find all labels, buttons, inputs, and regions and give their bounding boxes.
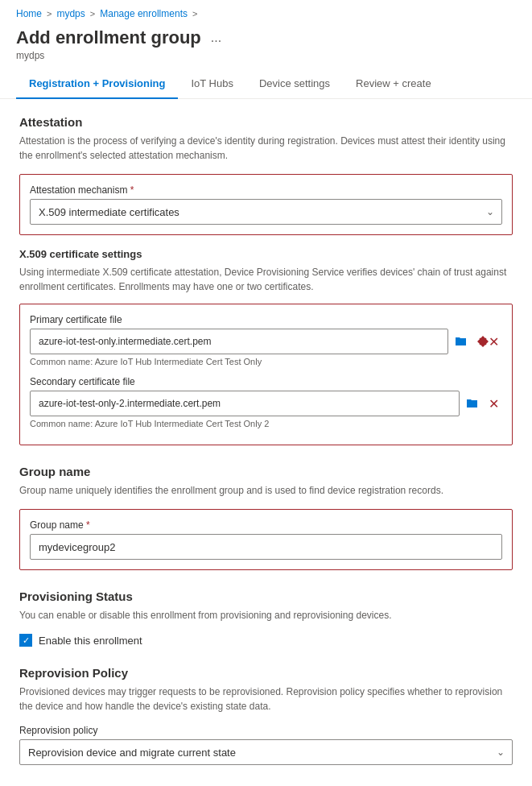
breadcrumb-mydps[interactable]: mydps xyxy=(56,8,85,19)
breadcrumb-sep1: > xyxy=(47,9,52,19)
group-name-box: Group name * xyxy=(19,509,513,570)
tab-device-settings[interactable]: Device settings xyxy=(246,69,343,99)
breadcrumb-sep3: > xyxy=(192,9,197,19)
attestation-mechanism-wrapper: X.509 intermediate certificatesX.509 CA … xyxy=(30,199,502,225)
primary-cert-common-name: Common name: Azure IoT Hub Intermediate … xyxy=(30,357,502,366)
attestation-mechanism-box: Attestation mechanism * X.509 intermedia… xyxy=(19,174,513,235)
enable-enrollment-checkbox[interactable]: ✓ xyxy=(19,634,32,647)
attestation-mechanism-label: Attestation mechanism * xyxy=(30,184,502,196)
breadcrumb-sep2: > xyxy=(90,9,95,19)
secondary-cert-common-name: Common name: Azure IoT Hub Intermediate … xyxy=(30,419,502,428)
checkbox-check-icon: ✓ xyxy=(23,635,30,646)
secondary-cert-field: Secondary certificate file ✕ Common name… xyxy=(30,376,502,428)
primary-cert-input[interactable] xyxy=(30,329,448,354)
secondary-cert-delete-button[interactable]: ✕ xyxy=(485,393,502,415)
enable-enrollment-label: Enable this enrollment xyxy=(39,635,142,647)
group-name-label: Group name * xyxy=(30,519,502,531)
breadcrumb-home[interactable]: Home xyxy=(16,8,42,19)
group-name-title: Group name xyxy=(19,465,513,478)
group-name-input[interactable] xyxy=(30,534,502,560)
secondary-cert-input[interactable] xyxy=(30,391,460,416)
group-name-description: Group name uniquely identifies the enrol… xyxy=(19,483,513,498)
breadcrumb-manage[interactable]: Manage enrollments xyxy=(100,8,188,19)
group-name-section: Group name Group name uniquely identifie… xyxy=(19,465,513,570)
reprovision-section: Reprovision Policy Provisioned devices m… xyxy=(19,666,513,765)
attestation-title: Attestation xyxy=(19,115,513,129)
attestation-section: Attestation Attestation is the process o… xyxy=(19,115,513,445)
reprovision-select[interactable]: Reprovision device and migrate current s… xyxy=(19,739,513,765)
attestation-description: Attestation is the process of verifying … xyxy=(19,134,513,163)
secondary-cert-label: Secondary certificate file xyxy=(30,376,502,387)
tab-registration[interactable]: Registration + Provisioning xyxy=(16,69,178,99)
ellipsis-button[interactable]: ... xyxy=(208,31,225,45)
primary-cert-delete-button[interactable]: ✕ xyxy=(474,331,502,353)
provisioning-status-description: You can enable or disable this enrollmen… xyxy=(19,608,513,623)
enable-enrollment-row: ✓ Enable this enrollment xyxy=(19,634,513,647)
tab-review-create[interactable]: Review + create xyxy=(343,69,444,99)
main-content: Attestation Attestation is the process o… xyxy=(0,99,532,786)
reprovision-select-wrapper: Reprovision device and migrate current s… xyxy=(19,739,513,765)
page-subtitle: mydps xyxy=(16,50,516,61)
reprovision-label: Reprovision policy xyxy=(19,725,513,736)
x509-certs-box: Primary certificate file ✕ Common name: … xyxy=(19,304,513,445)
tab-iothubs[interactable]: IoT Hubs xyxy=(178,69,246,99)
secondary-cert-folder-button[interactable] xyxy=(463,394,482,413)
reprovision-description: Provisioned devices may trigger requests… xyxy=(19,685,513,714)
provisioning-status-title: Provisioning Status xyxy=(19,590,513,603)
page-title: Add enrollment group xyxy=(16,27,201,48)
breadcrumb: Home > mydps > Manage enrollments > xyxy=(0,0,532,24)
primary-cert-field: Primary certificate file ✕ Common name: … xyxy=(30,314,502,366)
page-header: Add enrollment group ... mydps xyxy=(0,24,532,69)
tabs-container: Registration + Provisioning IoT Hubs Dev… xyxy=(0,69,532,99)
primary-cert-label: Primary certificate file xyxy=(30,314,502,325)
attestation-mechanism-select[interactable]: X.509 intermediate certificatesX.509 CA … xyxy=(30,199,502,225)
x509-title: X.509 certificate settings xyxy=(19,248,513,260)
reprovision-title: Reprovision Policy xyxy=(19,666,513,680)
provisioning-status-section: Provisioning Status You can enable or di… xyxy=(19,590,513,647)
primary-cert-row: ✕ xyxy=(30,329,502,354)
secondary-cert-row: ✕ xyxy=(30,391,502,416)
primary-cert-folder-button[interactable] xyxy=(452,332,471,351)
x509-section: X.509 certificate settings Using interme… xyxy=(19,248,513,445)
x509-description: Using intermediate X.509 certificate att… xyxy=(19,265,513,294)
